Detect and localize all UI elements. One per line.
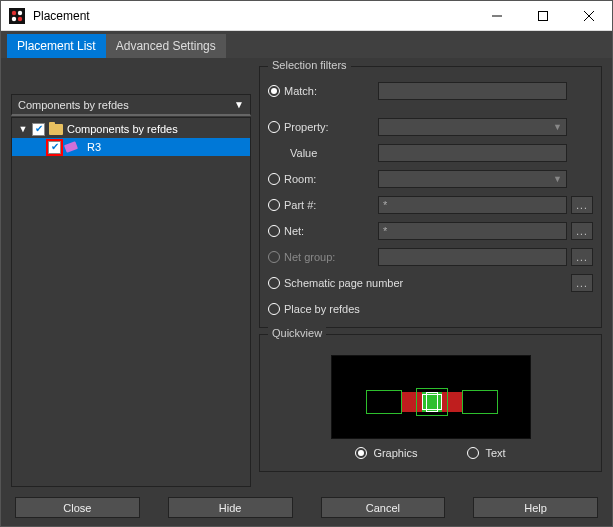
tree-root-row[interactable]: ▼ ✔ Components by refdes bbox=[12, 120, 250, 138]
filter-net-row: Net: ... bbox=[268, 221, 593, 241]
collapse-icon[interactable]: ▼ bbox=[18, 124, 28, 134]
tree-item-label: R3 bbox=[87, 141, 101, 153]
chevron-down-icon: ▼ bbox=[234, 99, 244, 110]
tab-placement-list[interactable]: Placement List bbox=[7, 34, 106, 58]
component-icon bbox=[64, 141, 78, 153]
net-label: Net: bbox=[284, 225, 374, 237]
text-radio[interactable] bbox=[467, 447, 479, 459]
quickview-title: Quickview bbox=[268, 327, 326, 339]
app-icon bbox=[9, 8, 25, 24]
filter-place-by-refdes-row: Place by refdes bbox=[268, 299, 593, 319]
button-bar: Close Hide Cancel Help bbox=[1, 487, 612, 526]
net-radio[interactable] bbox=[268, 225, 280, 237]
close-button[interactable]: Close bbox=[15, 497, 140, 518]
hide-button[interactable]: Hide bbox=[168, 497, 293, 518]
match-radio[interactable] bbox=[268, 85, 280, 97]
tree-item-r3[interactable]: ✔ R3 bbox=[12, 138, 250, 156]
netgroup-label: Net group: bbox=[284, 251, 374, 263]
cancel-button[interactable]: Cancel bbox=[321, 497, 446, 518]
place-by-refdes-radio[interactable] bbox=[268, 303, 280, 315]
tree-root-label: Components by refdes bbox=[67, 123, 178, 135]
part-more-button[interactable]: ... bbox=[571, 196, 593, 214]
property-radio[interactable] bbox=[268, 121, 280, 133]
filter-property-row: Property: ▼ bbox=[268, 117, 593, 137]
filter-value-row: Value bbox=[268, 143, 593, 163]
svg-point-4 bbox=[18, 16, 22, 20]
component-tree[interactable]: ▼ ✔ Components by refdes ✔ R3 bbox=[11, 117, 251, 487]
chevron-down-icon: ▼ bbox=[553, 122, 562, 132]
minimize-button[interactable] bbox=[474, 1, 520, 30]
content-area: Components by refdes ▼ ▼ ✔ Components by… bbox=[1, 58, 612, 487]
schematic-radio[interactable] bbox=[268, 277, 280, 289]
quickview-text-option[interactable]: Text bbox=[467, 447, 505, 459]
help-button[interactable]: Help bbox=[473, 497, 598, 518]
tab-advanced-settings[interactable]: Advanced Settings bbox=[106, 34, 226, 58]
svg-point-2 bbox=[18, 10, 22, 14]
r3-checkbox[interactable]: ✔ bbox=[48, 141, 61, 154]
selection-filters-title: Selection filters bbox=[268, 59, 351, 71]
place-by-refdes-label: Place by refdes bbox=[284, 303, 360, 315]
window-title: Placement bbox=[33, 9, 474, 23]
view-dropdown-value: Components by refdes bbox=[18, 99, 129, 111]
maximize-button[interactable] bbox=[520, 1, 566, 30]
quickview-canvas bbox=[331, 355, 531, 439]
root-checkbox[interactable]: ✔ bbox=[32, 123, 45, 136]
property-combo[interactable]: ▼ bbox=[378, 118, 567, 136]
right-panel: Selection filters Match: Property: bbox=[259, 66, 602, 487]
close-window-button[interactable] bbox=[566, 1, 612, 30]
titlebar: Placement bbox=[1, 1, 612, 31]
match-input[interactable] bbox=[378, 82, 567, 100]
graphics-radio[interactable] bbox=[355, 447, 367, 459]
tab-bar: Placement List Advanced Settings bbox=[1, 31, 612, 58]
value-input[interactable] bbox=[378, 144, 567, 162]
netgroup-input bbox=[378, 248, 567, 266]
netgroup-more-button[interactable]: ... bbox=[571, 248, 593, 266]
view-dropdown[interactable]: Components by refdes ▼ bbox=[11, 94, 251, 116]
quickview-group: Quickview bbox=[259, 334, 602, 472]
filter-schematic-row: Schematic page number ... bbox=[268, 273, 593, 293]
svg-rect-0 bbox=[9, 8, 25, 24]
quickview-options: Graphics Text bbox=[268, 447, 593, 463]
selection-filters-group: Selection filters Match: Property: bbox=[259, 66, 602, 328]
room-label: Room: bbox=[284, 173, 374, 185]
quickview-graphics-option[interactable]: Graphics bbox=[355, 447, 417, 459]
svg-point-3 bbox=[12, 16, 16, 20]
property-label: Property: bbox=[284, 121, 374, 133]
net-input[interactable] bbox=[378, 222, 567, 240]
placement-window: Placement Placement List Advanced Settin… bbox=[0, 0, 613, 527]
svg-point-1 bbox=[12, 10, 16, 14]
room-radio[interactable] bbox=[268, 173, 280, 185]
left-panel: Components by refdes ▼ ▼ ✔ Components by… bbox=[11, 66, 251, 487]
schematic-label: Schematic page number bbox=[284, 277, 567, 289]
filter-room-row: Room: ▼ bbox=[268, 169, 593, 189]
room-combo[interactable]: ▼ bbox=[378, 170, 567, 188]
net-more-button[interactable]: ... bbox=[571, 222, 593, 240]
filter-netgroup-row: Net group: ... bbox=[268, 247, 593, 267]
schematic-more-button[interactable]: ... bbox=[571, 274, 593, 292]
part-radio[interactable] bbox=[268, 199, 280, 211]
filter-part-row: Part #: ... bbox=[268, 195, 593, 215]
part-label: Part #: bbox=[284, 199, 374, 211]
text-label: Text bbox=[485, 447, 505, 459]
chevron-down-icon: ▼ bbox=[553, 174, 562, 184]
value-label: Value bbox=[268, 147, 374, 159]
filter-match-row: Match: bbox=[268, 81, 593, 101]
graphics-label: Graphics bbox=[373, 447, 417, 459]
part-input[interactable] bbox=[378, 196, 567, 214]
folder-icon bbox=[49, 124, 63, 135]
window-controls bbox=[474, 1, 612, 30]
match-label: Match: bbox=[284, 85, 374, 97]
svg-rect-6 bbox=[539, 11, 548, 20]
netgroup-radio bbox=[268, 251, 280, 263]
dialog-body: Placement List Advanced Settings Compone… bbox=[1, 31, 612, 526]
